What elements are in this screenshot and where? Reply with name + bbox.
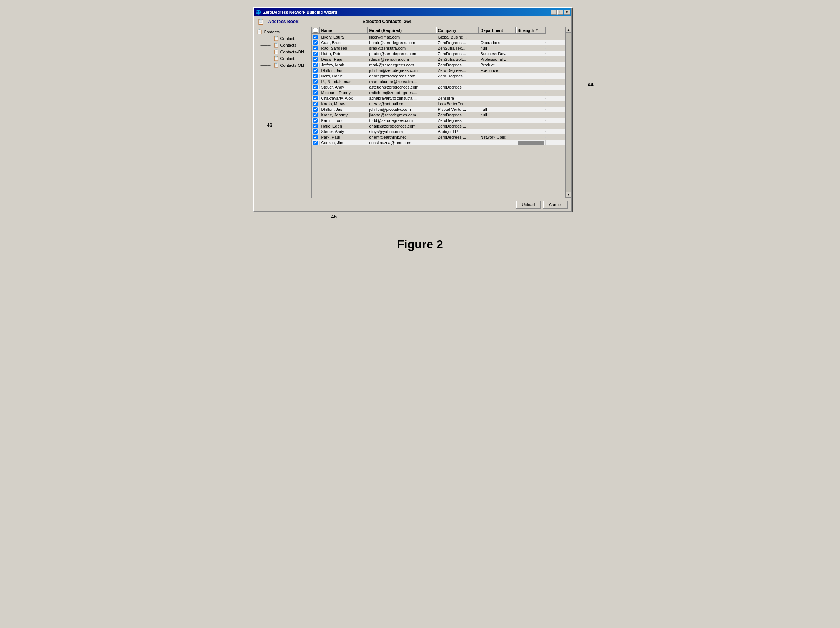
- row-checkbox[interactable]: [313, 141, 317, 145]
- row-checkbox-cell[interactable]: [312, 40, 320, 45]
- row-checkbox-cell[interactable]: [312, 52, 320, 56]
- row-checkbox-cell[interactable]: [312, 57, 320, 62]
- table-row[interactable]: Kamin, Toddtodd@zerodegrees.comZeroDegre…: [312, 118, 565, 123]
- table-row[interactable]: Jeffrey, Markmark@zerodegrees.comZeroDeg…: [312, 62, 565, 68]
- table-row[interactable]: Hutto, Peterphutto@zerodegrees.comZeroDe…: [312, 51, 565, 57]
- row-checkbox-cell[interactable]: [312, 96, 320, 100]
- row-checkbox[interactable]: [313, 135, 317, 139]
- row-checkbox-cell[interactable]: [312, 124, 320, 128]
- scroll-down-button[interactable]: ▼: [566, 192, 572, 198]
- row-checkbox[interactable]: [313, 85, 317, 89]
- sidebar-item-contacts-1[interactable]: ——— 📋 Contacts: [256, 35, 310, 42]
- main-content: 📋 Contacts ——— 📋 Contacts ——— 📋 Contacts: [254, 27, 572, 198]
- table-row[interactable]: Likely, Laurallikely@mac.comGlobal Busin…: [312, 35, 565, 40]
- table-row[interactable]: Park, Paulghent@earthlink.netZeroDegrees…: [312, 134, 565, 140]
- table-row[interactable]: Conklin, Jimconklinazca@juno.com: [312, 140, 565, 146]
- sidebar-item-contacts-root[interactable]: 📋 Contacts: [256, 28, 310, 35]
- col-header-name[interactable]: Name: [320, 27, 368, 34]
- maximize-button[interactable]: □: [557, 9, 563, 15]
- table-row[interactable]: R., Nandakumarrnandakumar@zensutra....: [312, 79, 565, 84]
- sort-arrow-icon: ▼: [535, 28, 538, 32]
- row-checkbox-cell[interactable]: [312, 141, 320, 145]
- col-header-email[interactable]: Email (Required): [368, 27, 436, 34]
- sidebar-item-contacts-3[interactable]: ——— 📋 Contacts: [256, 55, 310, 62]
- row-checkbox[interactable]: [313, 52, 317, 56]
- row-checkbox[interactable]: [313, 68, 317, 73]
- row-checkbox[interactable]: [313, 101, 317, 106]
- row-checkbox-cell[interactable]: [312, 68, 320, 73]
- row-checkbox-cell[interactable]: [312, 63, 320, 67]
- table-row[interactable]: Rao, Sandeepsrao@zensutra.comZenSutra Te…: [312, 46, 565, 51]
- table-row[interactable]: Steuer, Andystoys@yahoo.comAndojo, LP: [312, 129, 565, 134]
- row-checkbox-cell[interactable]: [312, 46, 320, 51]
- row-checkbox[interactable]: [313, 90, 317, 95]
- table-row[interactable]: Mitchum, Randyrmitchum@zerodegrees....: [312, 90, 565, 96]
- sidebar-item-contacts-old-1[interactable]: ——— 📋 Contacts-Old: [256, 49, 310, 55]
- row-company: ZeroDegrees,....: [436, 51, 479, 56]
- table-row[interactable]: Nord, Danieldnord@zerodegrees.comZero De…: [312, 73, 565, 79]
- scroll-track[interactable]: [566, 33, 572, 192]
- minimize-button[interactable]: _: [551, 9, 557, 15]
- row-checkbox[interactable]: [313, 124, 317, 128]
- row-checkbox-cell[interactable]: [312, 74, 320, 78]
- row-checkbox[interactable]: [313, 113, 317, 117]
- check-all-checkbox[interactable]: [313, 28, 318, 33]
- table-row[interactable]: Hajic, Edenehajic@zerodegrees.comZeroDeg…: [312, 123, 565, 129]
- row-checkbox-cell[interactable]: [312, 35, 320, 39]
- col-header-company[interactable]: Company: [436, 27, 479, 34]
- table-row[interactable]: Dhillon, Jasjdhillon@zerodegrees.comZero…: [312, 68, 565, 73]
- scrollbar[interactable]: ▲ ▼: [565, 27, 572, 198]
- cancel-button[interactable]: Cancel: [543, 201, 567, 209]
- table-row[interactable]: Krane, Jeremyjkrane@zerodegrees.comZeroD…: [312, 112, 565, 118]
- table-row[interactable]: Dhillon, Jasjdhillon@pivotalvc.comPivota…: [312, 107, 565, 112]
- row-checkbox-cell[interactable]: [312, 90, 320, 95]
- row-email: jkrane@zerodegrees.com: [368, 112, 436, 117]
- row-checkbox-cell[interactable]: [312, 118, 320, 123]
- contact-list-area: Name Email (Required) Company Department: [312, 27, 565, 198]
- table-row[interactable]: Desai, Rajurdesai@zensutra.comZenSutra S…: [312, 57, 565, 62]
- row-checkbox[interactable]: [313, 63, 317, 67]
- row-checkbox[interactable]: [313, 74, 317, 78]
- row-checkbox-cell[interactable]: [312, 130, 320, 134]
- row-strength: [516, 42, 546, 43]
- row-department: [479, 126, 516, 127]
- row-email: bcrair@zerodegrees.com: [368, 40, 436, 45]
- sidebar-item-contacts-old-2[interactable]: ——— 📋 Contacts-Old: [256, 62, 310, 69]
- row-checkbox[interactable]: [313, 35, 317, 39]
- col-header-strength[interactable]: Strength ▼: [516, 27, 546, 34]
- table-row[interactable]: Steuer, Andyasteuer@zerodegrees.comZeroD…: [312, 84, 565, 90]
- row-checkbox-cell[interactable]: [312, 101, 320, 106]
- close-button[interactable]: ✕: [564, 9, 570, 15]
- row-checkbox[interactable]: [313, 118, 317, 123]
- table-row[interactable]: Knafo, Meravmerav@hotmail.comLookBetterO…: [312, 101, 565, 107]
- row-checkbox-cell[interactable]: [312, 113, 320, 117]
- row-email: ehajic@zerodegrees.com: [368, 123, 436, 129]
- row-checkbox[interactable]: [313, 79, 317, 84]
- row-checkbox-cell[interactable]: [312, 85, 320, 89]
- col-header-check[interactable]: [312, 27, 320, 34]
- row-strength: [516, 120, 546, 121]
- window-controls: _ □ ✕: [551, 9, 570, 15]
- row-checkbox-cell[interactable]: [312, 107, 320, 112]
- sidebar-item-contacts-2[interactable]: ——— 📋 Contacts: [256, 42, 310, 49]
- row-name: Dhillon, Jas: [320, 68, 368, 73]
- row-department: Operations: [479, 40, 516, 45]
- table-row[interactable]: Crair, Brucebcrair@zerodegrees.comZeroDe…: [312, 40, 565, 46]
- row-checkbox[interactable]: [313, 107, 317, 112]
- row-checkbox[interactable]: [313, 96, 317, 100]
- row-company: Zensutra: [436, 96, 479, 101]
- row-checkbox[interactable]: [313, 57, 317, 62]
- contacts-icon: 📋: [256, 29, 262, 35]
- row-checkbox[interactable]: [313, 40, 317, 45]
- table-row[interactable]: Chakravarty, Alokachakravarty@zensutra..…: [312, 96, 565, 101]
- scroll-up-button[interactable]: ▲: [566, 27, 572, 33]
- row-checkbox-cell[interactable]: [312, 135, 320, 139]
- row-checkbox[interactable]: [313, 46, 317, 51]
- row-strength: [516, 137, 546, 138]
- col-header-department[interactable]: Department: [479, 27, 516, 34]
- upload-button[interactable]: Upload: [516, 201, 541, 209]
- row-name: Krane, Jeremy: [320, 112, 368, 117]
- window-title: ZeroDegress Network Building Wizard: [264, 10, 338, 14]
- row-checkbox[interactable]: [313, 130, 317, 134]
- row-checkbox-cell[interactable]: [312, 79, 320, 84]
